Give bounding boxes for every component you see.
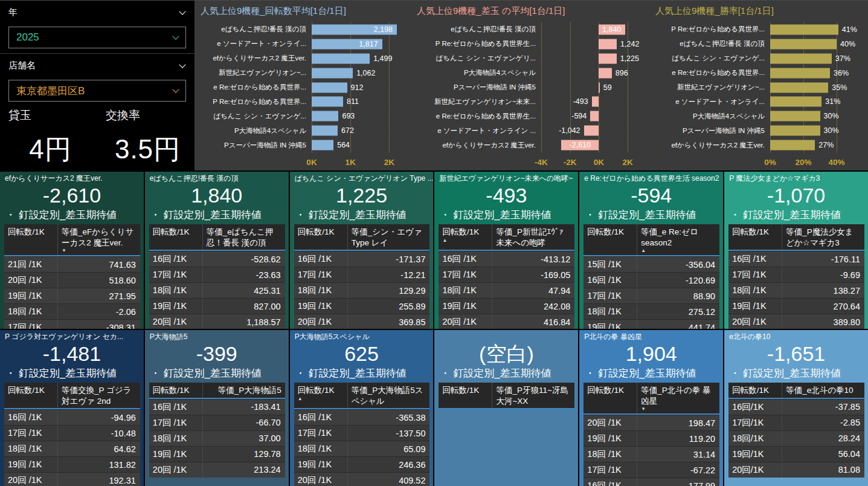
cell-rotation-count: 20回 /1K	[4, 473, 57, 486]
chart-axis-tick-label: 40%	[828, 158, 844, 167]
cell-expected-value: 65.09	[347, 441, 430, 456]
cell-expected-value: -183.41	[202, 400, 285, 415]
table-header-equivalent[interactable]: 等価_e Re:ゼロ season2▲	[637, 224, 719, 255]
machine-card-title: P大海物語5スペシャル	[290, 332, 434, 342]
table-header-rotation[interactable]: 回転数/1K▲	[439, 224, 492, 250]
year-dropdown[interactable]: 2025	[8, 27, 186, 48]
cell-rotation-count: 20回/1K	[728, 462, 782, 478]
chart-bar[interactable]	[770, 82, 828, 92]
table-header-equivalent[interactable]: 等価_P新世記ｴｳﾞｧ未来への咆哮	[492, 224, 574, 250]
cell-rotation-count: 16回 /1K	[439, 251, 492, 267]
table-header-equivalent[interactable]: 等価_P牙狼11~冴島大河~XX	[492, 383, 574, 408]
table-header-row: 回転数/1K 等価_P牙狼11~冴島大河~XX	[439, 383, 574, 409]
cell-expected-value: -94.96	[57, 410, 140, 425]
table-header-rotation[interactable]: 回転数/1K	[583, 224, 637, 255]
chart-bar-data-label: 564	[333, 141, 350, 149]
table-header-rotation[interactable]: 回転数/1K	[294, 224, 347, 250]
table-row: 20回 /1K213.24	[149, 462, 285, 478]
year-slicer-chevron-icon[interactable]	[179, 8, 185, 15]
chart-bar[interactable]	[770, 68, 830, 78]
cell-expected-value: 138.27	[782, 283, 864, 298]
expected-value-table: 回転数/1K 等価_P牙狼11~冴島大河~XX	[439, 383, 574, 409]
chart-category-label: 新世紀エヴァンゲリオン~...	[197, 66, 312, 80]
cell-expected-value: 192.31	[57, 473, 140, 486]
cell-expected-value: 28.24	[782, 431, 864, 446]
table-header-equivalent[interactable]: 等価_シン・エヴァ Type レイ	[347, 224, 430, 250]
table-header-equivalent[interactable]: 等価交換_P ゴジラ対エヴァ 2nd	[57, 383, 140, 408]
table-row: 18回 /1K-2.06	[4, 303, 140, 319]
chart-bar[interactable]	[770, 140, 815, 151]
cell-rotation-count: 16回/1K	[728, 400, 782, 415]
sort-descending-icon: ▼	[62, 248, 137, 253]
chart-bar[interactable]	[584, 126, 599, 136]
table-row: 16回 /1K-365.38	[294, 409, 430, 425]
chart-bar-data-label: 896	[612, 69, 628, 77]
table-header-rotation[interactable]: 回転数/1K	[728, 224, 782, 250]
machine-cards-row-1: efからくりサーカス2 魔王ver. -2,610 ・ 釘設定別_差玉期待値 回…	[0, 172, 868, 329]
chart-bar[interactable]	[590, 111, 599, 122]
sort-ascending-icon: ▲	[641, 248, 716, 253]
chart-bar[interactable]	[592, 97, 599, 107]
chart-bar[interactable]	[599, 39, 617, 49]
table-header-equivalent[interactable]: 等価_e北斗の拳10	[782, 383, 864, 398]
machine-card-title: eぱちんこ押忍!番長 漢の頂	[145, 173, 289, 183]
chart-bar-row: 40%	[770, 37, 850, 51]
table-row: 19回 /1K271.95	[4, 288, 140, 303]
table-row: 17回 /1K-12.21	[294, 267, 430, 282]
cell-expected-value: 198.47	[637, 415, 719, 430]
chart-bar[interactable]	[770, 97, 821, 107]
chart-bar[interactable]	[312, 140, 333, 151]
table-header-rotation[interactable]: 回転数/1K	[4, 224, 57, 255]
chart-category-label: P Re:ゼロから始める異世界...	[652, 22, 770, 37]
table-header-rotation[interactable]: 回転数/1K	[583, 383, 637, 413]
chart-bar[interactable]	[770, 39, 837, 49]
chart-bar[interactable]	[770, 111, 820, 122]
chart-bar[interactable]	[770, 126, 820, 136]
year-dropdown-chevron-icon	[172, 33, 179, 39]
chart-bar-row: 35%	[770, 80, 850, 95]
chart-bar[interactable]	[312, 82, 347, 92]
chart-bar-data-label: 693	[338, 112, 355, 120]
cell-rotation-count: 19回 /1K	[294, 457, 347, 472]
card-section-label: ・ 釘設定別_差玉期待値	[0, 207, 144, 224]
table-header-rotation[interactable]: 回転数/1K	[439, 383, 492, 408]
kpi-exchange-rate: 交換率 3.5円	[97, 108, 194, 167]
chart-bar[interactable]	[312, 97, 343, 107]
chart-bar[interactable]	[312, 53, 370, 63]
table-header-rotation[interactable]: 回転数/1K	[4, 383, 57, 408]
chart-bar[interactable]	[312, 111, 338, 122]
store-slicer-chevron-icon[interactable]	[179, 61, 185, 68]
table-header-equivalent[interactable]: 等価_eぱちんこ押忍！番長 漢の頂	[202, 224, 285, 250]
table-header-rotation[interactable]: 回転数/1K▲	[294, 383, 347, 408]
cell-rotation-count: 15回 /1K	[583, 257, 637, 272]
chart-bar[interactable]	[312, 68, 353, 78]
cell-rotation-count: 21回 /1K	[4, 257, 57, 272]
table-header-rotation[interactable]: 回転数/1K	[728, 383, 782, 398]
expected-value-table: 回転数/1K 等価_e Re:ゼロ season2▲ 15回 /1K-356.0…	[583, 224, 719, 329]
chart-bar[interactable]	[599, 68, 611, 78]
store-dropdown[interactable]: 東京都墨田区B	[8, 80, 186, 102]
kpi-kashidama: 貸玉 4円	[0, 108, 97, 167]
table-body: 16回 /1K-183.4117回 /1K-66.7018回 /1K37.001…	[149, 399, 285, 478]
table-row: 19回 /1K270.64	[728, 298, 864, 314]
table-row: 20回 /1K409.52	[294, 472, 430, 486]
expected-value-table: 回転数/1K▲ 等価_P大海物語5スペシャル 16回 /1K-365.3817回…	[294, 383, 430, 486]
table-header-equivalent[interactable]: 等価_P大海物語5	[202, 383, 285, 398]
table-header-equivalent[interactable]: 等価_P北斗の拳 暴凶星▼	[637, 383, 719, 413]
table-row: 19回/1K56.04	[728, 446, 864, 462]
cell-expected-value: -2.85	[782, 415, 864, 430]
table-header-equivalent[interactable]: 等価_eFからくりサーカス2 魔王ver.▼	[57, 224, 140, 255]
chart-bar[interactable]	[770, 53, 832, 63]
chart-bar[interactable]	[599, 53, 616, 63]
table-header-equivalent[interactable]: 等価_P魔法少女まどか☆マギカ3	[782, 224, 864, 250]
table-header-rotation[interactable]: 回転数/1K	[149, 224, 202, 250]
chart-bar[interactable]	[770, 24, 838, 34]
table-header-rotation[interactable]: 回転数/1K	[149, 383, 202, 398]
cell-rotation-count: 20回 /1K	[294, 314, 347, 329]
chart-axis-tick-label: 0K	[306, 158, 317, 167]
cell-expected-value: 56.04	[782, 447, 864, 462]
table-row: 20回 /1K369.85	[294, 314, 430, 329]
chart-bar[interactable]	[312, 126, 338, 136]
table-header-equivalent[interactable]: 等価_P大海物語5スペシャル	[347, 383, 430, 408]
cell-rotation-count: 18回 /1K	[4, 304, 57, 319]
